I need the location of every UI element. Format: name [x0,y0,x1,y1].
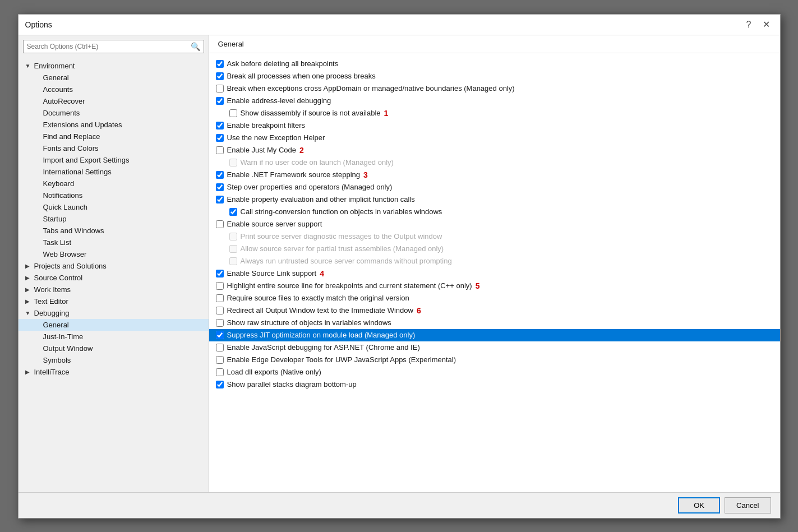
annotation-2: 2 [299,146,304,155]
section-title: General [209,35,780,53]
tree-item-web-browser[interactable]: Web Browser [19,248,209,260]
checkbox-opt23[interactable] [216,331,224,339]
option-opt14[interactable]: Enable source server support [209,218,780,230]
checkbox-opt13[interactable] [229,208,237,216]
option-opt26[interactable]: Load dll exports (Native only) [209,366,780,378]
tree-arrow-projects[interactable]: ▶ [25,263,34,269]
checkbox-opt19[interactable] [216,282,224,290]
tree-item-symbols[interactable]: Symbols [19,354,209,366]
option-opt6[interactable]: Enable breakpoint filters [209,119,780,132]
tree-item-output-window[interactable]: Output Window [19,343,209,354]
tree-arrow-text-editor[interactable]: ▶ [25,298,34,304]
tree-item-find-replace[interactable]: Find and Replace [19,131,209,142]
tree-item-accounts[interactable]: Accounts [19,84,209,95]
option-opt8[interactable]: Enable Just My Code2 [209,144,780,156]
option-opt1[interactable]: Ask before deleting all breakpoints [209,58,780,70]
checkbox-opt21[interactable] [216,307,224,314]
tree-item-general[interactable]: General [19,72,209,84]
option-opt5[interactable]: Show disassembly if source is not availa… [209,107,780,119]
checkbox-opt7[interactable] [216,134,224,142]
search-input[interactable] [27,43,191,50]
option-opt2[interactable]: Break all processes when one process bre… [209,70,780,82]
option-opt10[interactable]: Enable .NET Framework source stepping3 [209,169,780,181]
option-opt25[interactable]: Enable Edge Developer Tools for UWP Java… [209,354,780,366]
checkbox-opt10[interactable] [216,171,224,179]
option-opt13[interactable]: Call string-conversion function on objec… [209,206,780,218]
checkbox-opt2[interactable] [216,72,224,80]
option-opt7[interactable]: Use the new Exception Helper [209,132,780,144]
checkbox-opt8[interactable] [216,146,224,154]
tree-item-extensions[interactable]: Extensions and Updates [19,119,209,131]
tree-item-quick-launch[interactable]: Quick Launch [19,201,209,213]
option-opt23[interactable]: Suppress JIT optimization on module load… [209,329,780,341]
tree-arrow-debugging[interactable]: ▼ [25,310,34,316]
tree-label-just-in-time: Just-In-Time [43,332,204,341]
help-button[interactable]: ? [743,19,755,30]
option-opt20[interactable]: Require source files to exactly match th… [209,292,780,304]
option-opt11[interactable]: Step over properties and operators (Mana… [209,181,780,193]
checkbox-opt5[interactable] [229,109,237,117]
option-opt3[interactable]: Break when exceptions cross AppDomain or… [209,82,780,95]
tree-item-startup[interactable]: Startup [19,213,209,225]
tree-item-keyboard[interactable]: Keyboard [19,178,209,189]
tree-item-projects[interactable]: ▶Projects and Solutions [19,260,209,272]
search-box[interactable]: 🔍 [23,40,204,53]
tree-label-documents: Documents [43,109,204,117]
checkbox-opt14[interactable] [216,220,224,228]
tree-item-just-in-time[interactable]: Just-In-Time [19,331,209,343]
tree-item-work-items[interactable]: ▶Work Items [19,284,209,295]
option-opt22[interactable]: Show raw structure of objects in variabl… [209,317,780,329]
checkbox-opt4[interactable] [216,97,224,105]
tree-arrow-environment[interactable]: ▼ [25,63,34,69]
tree-item-notifications[interactable]: Notifications [19,189,209,201]
tree-item-environment[interactable]: ▼Environment [19,60,209,72]
tree-item-task-list[interactable]: Task List [19,237,209,248]
option-opt4[interactable]: Enable address-level debugging [209,95,780,107]
option-opt9[interactable]: Warn if no user code on launch (Managed … [209,156,780,169]
tree-item-text-editor[interactable]: ▶Text Editor [19,295,209,307]
option-opt18[interactable]: Enable Source Link support4 [209,267,780,280]
option-opt27[interactable]: Show parallel stacks diagram bottom-up [209,378,780,391]
checkbox-opt25[interactable] [216,356,224,364]
label-opt13: Call string-conversion function on objec… [241,207,442,216]
checkbox-opt20[interactable] [216,294,224,302]
checkbox-opt12[interactable] [216,196,224,203]
option-opt15[interactable]: Print source server diagnostic messages … [209,230,780,243]
tree-item-international[interactable]: International Settings [19,166,209,178]
checkbox-opt27[interactable] [216,381,224,388]
tree-item-tabs-windows[interactable]: Tabs and Windows [19,225,209,237]
checkbox-opt18[interactable] [216,270,224,277]
tree-arrow-source-control[interactable]: ▶ [25,275,34,281]
checkbox-opt22[interactable] [216,319,224,327]
checkbox-opt3[interactable] [216,85,224,92]
checkbox-opt11[interactable] [216,183,224,191]
tree-item-debug-general[interactable]: General [19,319,209,331]
option-opt12[interactable]: Enable property evaluation and other imp… [209,193,780,206]
option-opt16[interactable]: Allow source server for partial trust as… [209,243,780,255]
tree-item-autorecover[interactable]: AutoRecover [19,95,209,107]
checkbox-opt24[interactable] [216,344,224,351]
tree-item-fonts-colors[interactable]: Fonts and Colors [19,142,209,154]
left-panel: 🔍 ▼EnvironmentGeneralAccountsAutoRecover… [19,35,209,492]
checkbox-opt6[interactable] [216,122,224,129]
tree-item-source-control[interactable]: ▶Source Control [19,272,209,284]
checkbox-opt1[interactable] [216,60,224,68]
ok-button[interactable]: OK [678,497,720,514]
tree-item-documents[interactable]: Documents [19,107,209,119]
content-area: 🔍 ▼EnvironmentGeneralAccountsAutoRecover… [19,35,780,492]
tree-item-import-export[interactable]: Import and Export Settings [19,154,209,166]
tree-item-intellitrace[interactable]: ▶IntelliTrace [19,366,209,378]
tree-item-debugging[interactable]: ▼Debugging [19,307,209,319]
option-opt17[interactable]: Always run untrusted source server comma… [209,255,780,267]
checkbox-opt26[interactable] [216,368,224,376]
tree-arrow-intellitrace[interactable]: ▶ [25,369,34,375]
tree-arrow-work-items[interactable]: ▶ [25,286,34,293]
tree-label-startup: Startup [43,215,204,223]
close-button[interactable]: ✕ [759,19,773,30]
option-opt24[interactable]: Enable JavaScript debugging for ASP.NET … [209,341,780,354]
cancel-button[interactable]: Cancel [725,497,771,514]
label-opt1: Ask before deleting all breakpoints [227,59,339,68]
option-opt21[interactable]: Redirect all Output Window text to the I… [209,304,780,317]
option-opt19[interactable]: Highlight entire source line for breakpo… [209,280,780,292]
label-opt10: Enable .NET Framework source stepping [227,170,360,179]
